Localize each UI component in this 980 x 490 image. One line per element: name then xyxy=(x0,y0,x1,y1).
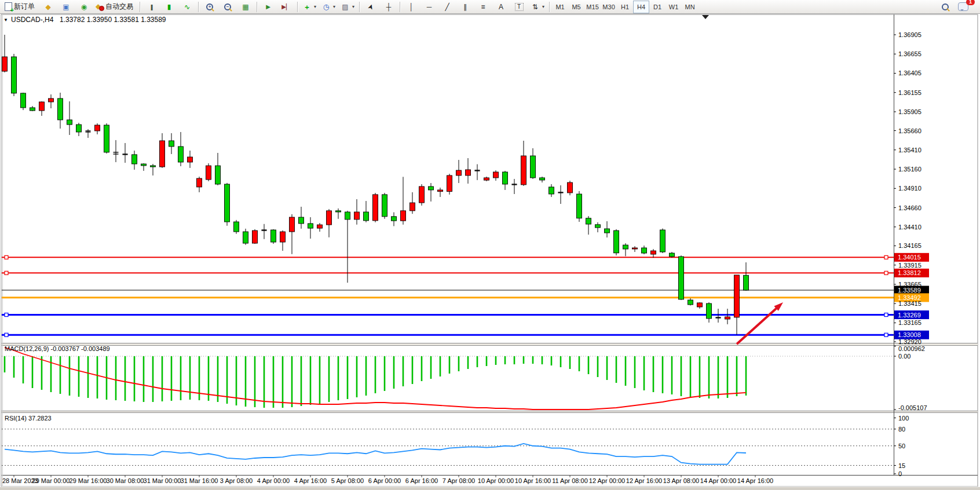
chart-menu-icon[interactable]: ▼ xyxy=(3,17,8,23)
candle-body xyxy=(373,195,378,221)
fibonacci-tool[interactable]: ≡ xyxy=(474,1,492,13)
candle-body xyxy=(290,217,295,232)
hline-handle[interactable] xyxy=(884,271,888,275)
hline-handle[interactable] xyxy=(884,313,888,317)
time-label: 29 Mar 16:00 xyxy=(70,477,107,484)
cursor-tool-button[interactable]: ➤ xyxy=(362,1,379,13)
autotrade-button[interactable]: 自动交易 xyxy=(93,1,137,13)
time-label: 3 Apr 08:00 xyxy=(220,477,253,484)
candle-body xyxy=(466,170,471,175)
candle-body xyxy=(531,156,536,178)
periods-button[interactable]: ◷▾ xyxy=(319,1,338,13)
candle-body xyxy=(734,275,740,317)
templates-button[interactable]: ▨▾ xyxy=(338,1,357,13)
candle-body xyxy=(447,175,452,192)
new-order-button[interactable]: 新订单 xyxy=(2,1,39,13)
navigator-icon: ▣ xyxy=(61,2,71,12)
vertical-line-icon: │ xyxy=(407,2,416,12)
timeframe-M1[interactable]: M1 xyxy=(552,1,568,13)
timeframe-MN[interactable]: MN xyxy=(682,1,698,13)
notifications-button[interactable]: 1 xyxy=(955,1,972,13)
timeframe-M5[interactable]: M5 xyxy=(568,1,584,13)
timeframe-H4[interactable]: H4 xyxy=(633,1,649,13)
candle-body xyxy=(744,275,749,290)
hline-handle[interactable] xyxy=(5,333,8,337)
price-line-box-label: 1.33589 xyxy=(898,287,921,294)
price-tick-label: 1.35905 xyxy=(898,108,922,115)
zoom-in-button[interactable]: + xyxy=(201,1,218,13)
candle-body xyxy=(484,178,489,180)
market-watch-button[interactable]: ◆ xyxy=(39,1,57,13)
search-button[interactable] xyxy=(937,1,954,13)
zoom-out-icon: − xyxy=(224,3,232,11)
candle-body xyxy=(354,212,360,220)
timeframe-D1[interactable]: D1 xyxy=(649,1,665,13)
arrows-icon: ⇅ xyxy=(531,2,540,12)
candle-body xyxy=(2,57,8,71)
toolbar-separator xyxy=(140,2,140,12)
chart-shift-button[interactable]: ▶▏ xyxy=(277,1,295,13)
hline-handle[interactable] xyxy=(884,255,888,259)
bar-chart-button[interactable]: ||| xyxy=(142,1,160,13)
chart-title-symbol: USDCAD-,H4 xyxy=(11,16,54,24)
candle-body xyxy=(215,166,221,184)
channel-tool[interactable]: ∥ xyxy=(456,1,474,13)
toolbar-separator xyxy=(400,2,400,12)
auto-scroll-button[interactable]: ▶ xyxy=(259,1,277,13)
candle-body xyxy=(327,211,332,225)
navigator-button[interactable]: ▣ xyxy=(57,1,75,13)
timeframe-M15[interactable]: M15 xyxy=(584,1,601,13)
chevron-down-icon: ▾ xyxy=(333,4,335,9)
time-label: 14 Apr 00:00 xyxy=(700,477,736,484)
candle-body xyxy=(67,120,72,125)
horizontal-line-tool[interactable]: ─ xyxy=(420,1,438,13)
line-chart-icon: ∿ xyxy=(182,2,192,12)
candle-body xyxy=(253,231,258,243)
candlestick-icon: ▮ xyxy=(164,2,174,12)
time-label: 7 Apr 08:00 xyxy=(443,477,475,484)
price-tick-label: 1.34165 xyxy=(898,242,922,249)
vertical-line-tool[interactable]: │ xyxy=(403,1,420,13)
zoom-out-button[interactable]: − xyxy=(219,1,236,13)
time-label: 11 Apr 08:00 xyxy=(552,477,588,484)
text-label-tool[interactable]: T xyxy=(510,1,528,13)
toolbar-separator xyxy=(549,2,550,12)
candle-body xyxy=(568,182,573,193)
timeframe-W1[interactable]: W1 xyxy=(665,1,682,13)
indicators-button[interactable]: ＋▾ xyxy=(300,1,319,13)
time-label: 4 Apr 16:00 xyxy=(294,477,327,484)
crosshair-tool-button[interactable]: ┼ xyxy=(380,1,397,13)
price-tick-label: 1.34410 xyxy=(898,224,922,231)
trendline-tool[interactable]: ╱ xyxy=(438,1,456,13)
candlestick-button[interactable]: ▮ xyxy=(160,1,178,13)
toolbar: 新订单 ◆ ▣ ◉ 自动交易 ||| ▮ ∿ + − ▦ ▶ ▶▏ ＋▾ ◷▾ … xyxy=(0,0,980,14)
timeframe-M30[interactable]: M30 xyxy=(601,1,617,13)
line-chart-button[interactable]: ∿ xyxy=(178,1,196,13)
terminal-button[interactable]: ◉ xyxy=(75,1,93,13)
candle-body xyxy=(104,125,109,152)
price-tick-label: 1.35410 xyxy=(898,147,922,153)
candle-body xyxy=(30,108,35,111)
price-tick-label: 1.35660 xyxy=(898,127,922,134)
candle-body xyxy=(410,203,415,211)
arrows-tool[interactable]: ⇅▾ xyxy=(528,1,547,13)
timeframe-H1[interactable]: H1 xyxy=(617,1,633,13)
autotrade-label: 自动交易 xyxy=(105,2,133,12)
hline-handle[interactable] xyxy=(5,255,8,259)
candle-body xyxy=(336,211,341,212)
hline-handle[interactable] xyxy=(5,271,8,275)
hline-handle[interactable] xyxy=(884,333,888,337)
text-tool[interactable]: A xyxy=(492,1,510,13)
candle-body xyxy=(206,166,211,180)
notification-badge: 1 xyxy=(966,0,975,5)
time-label: 30 Mar 08:00 xyxy=(107,477,144,484)
time-label: 6 Apr 00:00 xyxy=(368,477,401,484)
toolbar-separator xyxy=(297,2,298,12)
candle-body xyxy=(614,231,619,253)
rsi-axis-label: 15 xyxy=(898,462,905,469)
hline-handle[interactable] xyxy=(5,313,8,317)
candle-body xyxy=(540,178,545,180)
tile-windows-button[interactable]: ▦ xyxy=(237,1,254,13)
time-label: 13 Apr 08:00 xyxy=(663,477,699,484)
time-label: 4 Apr 00:00 xyxy=(257,477,290,484)
